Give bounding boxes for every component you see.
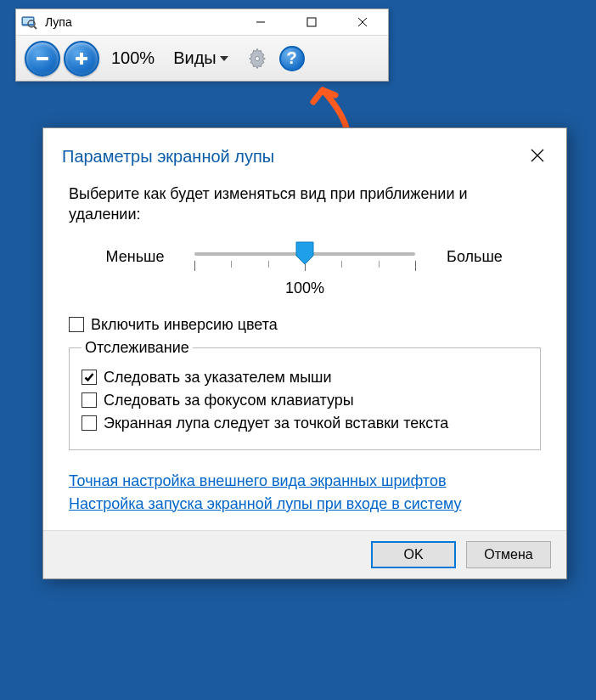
slider-thumb[interactable] xyxy=(295,240,315,269)
slider-less-label: Меньше xyxy=(93,248,177,266)
follow-mouse-label: Следовать за указателем мыши xyxy=(104,369,332,387)
svg-rect-10 xyxy=(80,53,83,65)
settings-button[interactable] xyxy=(244,45,271,72)
views-dropdown[interactable]: Виды xyxy=(166,48,235,68)
follow-keyboard-label: Следовать за фокусом клавиатуры xyxy=(104,392,354,409)
close-button[interactable] xyxy=(337,9,388,35)
dialog-header: Параметры экранной лупы xyxy=(43,128,566,178)
zoom-step-slider-row: Меньше Больше xyxy=(69,240,541,274)
follow-mouse-checkbox[interactable]: Следовать за указателем мыши xyxy=(82,369,528,387)
zoom-in-button[interactable] xyxy=(64,41,99,76)
font-tuning-link[interactable]: Точная настройка внешнего вида экранных … xyxy=(69,472,541,490)
instruction-text: Выберите как будет изменяться вид при пр… xyxy=(69,183,541,225)
dialog-title: Параметры экранной лупы xyxy=(62,147,524,167)
magnifier-window: Лупа 100% Виды xyxy=(15,8,389,82)
magnifier-app-icon xyxy=(21,14,38,31)
tracking-group: Отслеживание Следовать за указателем мыш… xyxy=(69,339,541,450)
app-title: Лупа xyxy=(43,15,235,29)
tracking-legend: Отслеживание xyxy=(82,339,193,357)
cancel-button[interactable]: Отмена xyxy=(466,541,551,568)
follow-text-label: Экранная лупа следует за точкой вставки … xyxy=(104,415,448,432)
minimize-button[interactable] xyxy=(235,9,286,35)
follow-keyboard-checkbox[interactable]: Следовать за фокусом клавиатуры xyxy=(82,392,528,409)
invert-colors-label: Включить инверсию цвета xyxy=(91,316,278,334)
chevron-down-icon xyxy=(220,56,228,61)
zoom-out-button[interactable] xyxy=(25,41,60,76)
zoom-step-slider[interactable] xyxy=(194,240,415,274)
help-button[interactable]: ? xyxy=(279,46,305,71)
slider-more-label: Больше xyxy=(432,248,517,266)
titlebar: Лупа xyxy=(16,9,388,35)
follow-text-checkbox[interactable]: Экранная лупа следует за точкой вставки … xyxy=(82,415,528,432)
checkbox-icon xyxy=(82,392,97,408)
toolbar: 100% Виды ? xyxy=(16,35,388,81)
dialog-footer: OK Отмена xyxy=(43,530,566,579)
maximize-button[interactable] xyxy=(286,9,337,35)
links-section: Точная настройка внешнего вида экранных … xyxy=(69,472,541,513)
window-controls xyxy=(235,9,388,35)
check-icon xyxy=(84,372,94,382)
svg-point-12 xyxy=(255,56,259,60)
dialog-close-button[interactable] xyxy=(524,144,551,170)
checkbox-icon xyxy=(82,415,97,431)
svg-line-3 xyxy=(34,26,37,29)
startup-settings-link[interactable]: Настройка запуска экранной лупы при вход… xyxy=(69,495,541,513)
invert-colors-checkbox[interactable]: Включить инверсию цвета xyxy=(69,316,541,334)
dialog-body: Выберите как будет изменяться вид при пр… xyxy=(43,178,566,530)
ok-button[interactable]: OK xyxy=(371,541,456,568)
views-label: Виды xyxy=(173,48,216,68)
slider-value: 100% xyxy=(69,279,541,297)
zoom-level: 100% xyxy=(103,48,163,68)
settings-dialog: Параметры экранной лупы Выберите как буд… xyxy=(42,127,567,579)
svg-rect-5 xyxy=(307,18,316,26)
checkbox-icon xyxy=(69,317,84,332)
svg-rect-8 xyxy=(37,57,48,60)
checkbox-icon xyxy=(82,370,97,385)
